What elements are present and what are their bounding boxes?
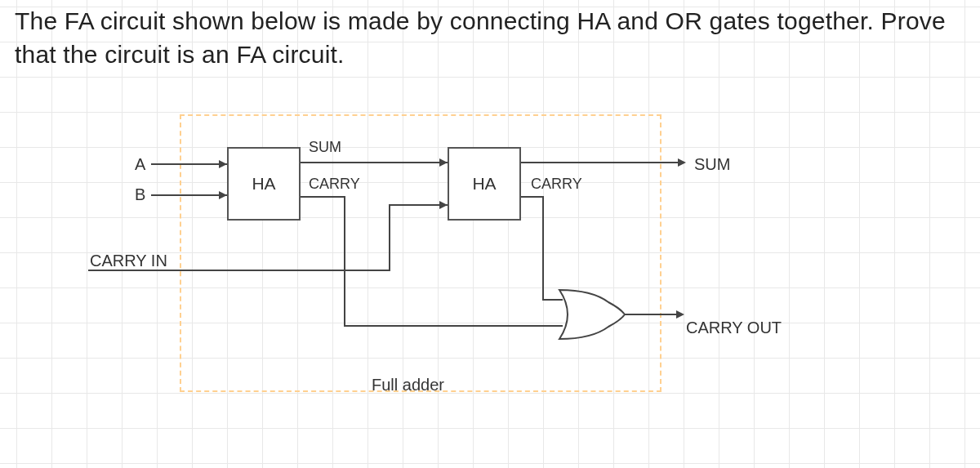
wire-ha2carry-h bbox=[521, 196, 544, 198]
wire-cin-h bbox=[88, 270, 390, 271]
wire-ha1carry-to-or bbox=[344, 325, 563, 327]
arrow-carry-out bbox=[676, 310, 684, 319]
wire-b bbox=[151, 194, 227, 196]
output-sum-label: SUM bbox=[694, 155, 730, 174]
ha2-label: HA bbox=[472, 174, 496, 194]
output-cout-label: CARRY OUT bbox=[686, 319, 782, 337]
wire-cin-v bbox=[389, 204, 390, 271]
wire-ha1carry-v bbox=[344, 196, 345, 327]
wire-ha1carry-h bbox=[301, 196, 345, 198]
ha1-block: HA bbox=[227, 147, 301, 221]
arrow-ha1sum bbox=[439, 158, 448, 167]
arrow-sum-out bbox=[678, 158, 686, 167]
wire-ha1sum bbox=[301, 162, 448, 163]
or-gate bbox=[555, 286, 629, 343]
wire-sum-out bbox=[521, 162, 684, 163]
ha1-carry-label: CARRY bbox=[309, 176, 360, 193]
ha2-carry-label: CARRY bbox=[531, 176, 582, 193]
ha2-block: HA bbox=[448, 147, 521, 221]
wire-a bbox=[151, 163, 227, 165]
arrow-cin bbox=[439, 201, 448, 209]
full-adder-diagram: A B CARRY IN HA SUM CARRY HA CARRY SUM C… bbox=[0, 82, 980, 441]
arrow-a bbox=[219, 160, 227, 168]
question-text: The FA circuit shown below is made by co… bbox=[15, 5, 964, 71]
input-a-label: A bbox=[135, 155, 145, 174]
wire-ha2carry-v bbox=[542, 196, 544, 301]
input-b-label: B bbox=[135, 185, 145, 204]
ha1-label: HA bbox=[252, 174, 275, 194]
arrow-b bbox=[219, 191, 227, 199]
ha1-sum-label: SUM bbox=[309, 139, 341, 156]
input-cin-label: CARRY IN bbox=[90, 252, 167, 270]
diagram-caption: Full adder bbox=[372, 376, 444, 394]
wire-carry-out bbox=[625, 314, 682, 315]
or-gate-icon bbox=[555, 286, 629, 343]
